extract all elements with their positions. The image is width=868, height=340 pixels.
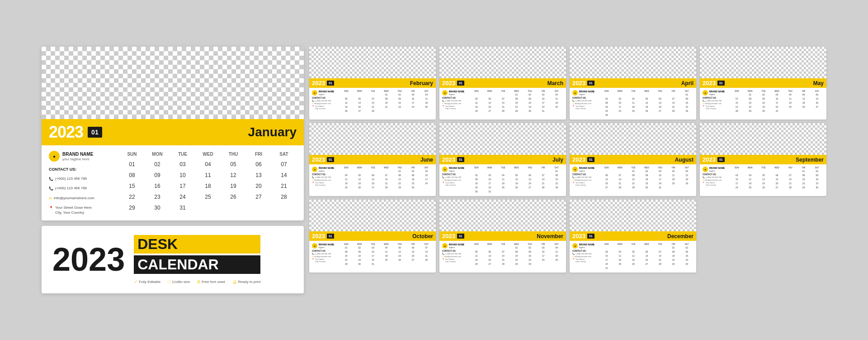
day-thu: THU bbox=[221, 151, 246, 158]
edit-icon: ✓ bbox=[134, 279, 137, 284]
sidebar-mar: ●BRAND NAMEtagline CONTACT US: 📞(+000) 1… bbox=[442, 90, 467, 113]
cover-title-desk: DESK bbox=[137, 236, 178, 252]
location-icon: 📍 bbox=[49, 206, 53, 210]
day-sun: SUN bbox=[119, 151, 145, 158]
sidebar-jun: ●BRAND NAMEtagline CONTACT US: 📞(+000) 1… bbox=[312, 167, 337, 190]
cover-year: 2023 bbox=[52, 243, 125, 276]
header-apr: 2023 01 April bbox=[570, 78, 696, 88]
week-row-3: 15 16 17 18 19 20 21 bbox=[119, 181, 297, 191]
header-oct: 2023 01 October bbox=[309, 231, 436, 241]
grid-jun: SUNMONTUEWEDTHUFRISAT ----010203 0405060… bbox=[340, 167, 433, 190]
grid-mar: SUNMONTUEWEDTHUFRISAT ---01020304 050607… bbox=[470, 90, 563, 113]
checker-sm-nov bbox=[439, 200, 566, 231]
cover-title-calendar: CALENDAR bbox=[137, 256, 219, 273]
cal-body-large: ● BRAND NAME your tagline here CONTACT U… bbox=[42, 145, 304, 220]
cover-right: DESK CALENDAR ✓ Fully Editable □ 11x8in … bbox=[134, 235, 260, 284]
sidebar-dec: ●BRAND NAMEtagline CONTACT US: 📞(+000) 1… bbox=[572, 243, 597, 270]
header-mar: 2023 01 March bbox=[439, 78, 566, 88]
body-dec: ●BRAND NAMEtagline CONTACT US: 📞(+000) 1… bbox=[570, 241, 696, 273]
week-row-4: 22 23 24 25 26 27 28 bbox=[119, 192, 297, 202]
badge-print: 🖨 Ready to print bbox=[232, 279, 261, 284]
body-mar: ●BRAND NAMEtagline CONTACT US: 📞(+000) 1… bbox=[439, 88, 566, 115]
cover-panel: 2023 DESK CALENDAR ✓ Fully Editable □ 11… bbox=[42, 226, 304, 293]
week-row-1: 01 02 03 04 05 06 07 bbox=[119, 159, 297, 169]
contact-phone1-row: 📞 (+000) 123 456 789 bbox=[49, 177, 112, 181]
day-sat: SAT bbox=[271, 151, 297, 158]
grid-sep: SUNMONTUEWEDTHUFRISAT -----0102 03040506… bbox=[730, 167, 824, 190]
contact-email-row: ✉ info@yournamehere.com bbox=[49, 196, 112, 201]
body-nov: ●BRAND NAMEtagline CONTACT US: 📞(+000) 1… bbox=[439, 241, 566, 268]
badge-font: A Free font used bbox=[197, 279, 225, 284]
week-row-5: 29 30 31 - - - - bbox=[119, 203, 297, 213]
body-aug: ●BRAND NAMEtagline CONTACT US: 📞(+000) 1… bbox=[570, 164, 696, 192]
body-sep: ●BRAND NAMEtagline CONTACT US: 📞(+000) 1… bbox=[700, 164, 826, 192]
header-feb: 2023 01 February bbox=[309, 78, 436, 88]
month-num-badge: 01 bbox=[88, 127, 102, 138]
month-name-large: January bbox=[248, 125, 297, 139]
checker-sm-sep bbox=[700, 123, 826, 155]
grid-may: SUNMONTUEWEDTHUFRISAT -010203040506 0708… bbox=[730, 90, 824, 113]
sidebar-nov: ●BRAND NAMEtagline CONTACT US: 📞(+000) 1… bbox=[442, 243, 467, 266]
body-jul: ●BRAND NAMEtagline CONTACT US: 📞(+000) 1… bbox=[439, 164, 566, 196]
header-jul: 2023 01 July bbox=[439, 155, 566, 164]
sidebar-sep: ●BRAND NAMEtagline CONTACT US: 📞(+000) 1… bbox=[703, 167, 727, 190]
grid-jul: SUNMONTUEWEDTHUFRISAT ------01 020304050… bbox=[470, 167, 563, 194]
body-may: ●BRAND NAMEtagline CONTACT US: 📞(+000) 1… bbox=[700, 88, 826, 115]
contact-label: CONTACT US: bbox=[49, 167, 112, 172]
header-sep: 2023 01 September bbox=[700, 155, 826, 164]
sidebar-may: ●BRAND NAMEtagline CONTACT US: 📞(+000) 1… bbox=[703, 90, 727, 113]
header-jun: 2023 01 June bbox=[309, 155, 436, 164]
checker-sm-may bbox=[700, 47, 826, 78]
grid-dec: SUNMONTUEWEDTHUFRISAT -----0102 03040506… bbox=[600, 243, 693, 270]
badge-editable: ✓ Fully Editable bbox=[134, 279, 160, 284]
sidebar-jul: ●BRAND NAMEtagline CONTACT US: 📞(+000) 1… bbox=[442, 167, 467, 194]
brand-tagline: your tagline here bbox=[62, 157, 93, 161]
body-jun: ●BRAND NAMEtagline CONTACT US: 📞(+000) 1… bbox=[309, 164, 436, 192]
day-fri: FRI bbox=[246, 151, 271, 158]
header-dec: 2023 01 December bbox=[570, 231, 696, 241]
contact-phone1: (+000) 123 456 789 bbox=[55, 177, 87, 181]
cal-september: 2023 01 September ●BRAND NAMEtagline CON… bbox=[700, 123, 826, 196]
cal-may: 2023 01 May ●BRAND NAMEtagline CONTACT U… bbox=[700, 47, 826, 120]
day-headers: SUN MON TUE WED THU FRI SAT bbox=[119, 151, 297, 158]
large-calendar-january: 2023 01 January ● BRAND NAME your taglin… bbox=[42, 47, 304, 220]
phone2-icon: 📞 bbox=[49, 187, 53, 191]
cal-november: 2023 01 November ●BRAND NAMEtagline CONT… bbox=[439, 200, 566, 273]
body-oct: ●BRAND NAMEtagline CONTACT US: 📞(+000) 1… bbox=[309, 241, 436, 268]
sidebar-apr: ●BRAND NAMEtagline CONTACT US: 📞(+000) 1… bbox=[572, 90, 597, 117]
body-apr: ●BRAND NAMEtagline CONTACT US: 📞(+000) 1… bbox=[570, 88, 696, 120]
checker-sm-mar bbox=[439, 47, 566, 78]
contact-email: info@yournamehere.com bbox=[54, 196, 94, 201]
header-may: 2023 01 May bbox=[700, 78, 826, 88]
brand-row: ● BRAND NAME your tagline here bbox=[49, 151, 112, 162]
contact-address: Your Street Gose Here City, Your Country bbox=[55, 206, 92, 215]
brand-icon: ● bbox=[49, 151, 60, 162]
checker-sm-oct bbox=[309, 200, 436, 231]
cal-march: 2023 01 March ●BRAND NAMEtagline CONTACT… bbox=[439, 47, 566, 120]
header-aug: 2023 01 August bbox=[570, 155, 696, 164]
cal-header-large: 2023 01 January bbox=[42, 119, 304, 145]
sidebar-oct: ●BRAND NAMEtagline CONTACT US: 📞(+000) 1… bbox=[312, 243, 337, 266]
left-panel: 2023 01 January ● BRAND NAME your taglin… bbox=[42, 47, 304, 293]
main-container: 2023 01 January ● BRAND NAME your taglin… bbox=[42, 47, 826, 293]
checker-sm-apr bbox=[570, 47, 696, 78]
phone-icon: 📞 bbox=[49, 177, 53, 181]
cal-june: 2023 01 June ●BRAND NAMEtagline CONTACT … bbox=[309, 123, 436, 196]
checker-sm-jun bbox=[309, 123, 436, 155]
print-icon: 🖨 bbox=[232, 279, 237, 284]
sidebar-aug: ●BRAND NAMEtagline CONTACT US: 📞(+000) 1… bbox=[572, 167, 597, 190]
cal-april: 2023 01 April ●BRAND NAMEtagline CONTACT… bbox=[570, 47, 696, 120]
cal-october: 2023 01 October ●BRAND NAMEtagline CONTA… bbox=[309, 200, 436, 273]
contact-phone2: (+000) 123 456 789 bbox=[55, 186, 87, 191]
checker-image-placeholder bbox=[42, 47, 304, 119]
cal-sidebar: ● BRAND NAME your tagline here CONTACT U… bbox=[49, 151, 112, 215]
grid-oct: SUNMONTUEWEDTHUFRISAT 01020304050607 080… bbox=[340, 243, 433, 266]
grid-nov: SUNMONTUEWEDTHUFRISAT ---01020304 050607… bbox=[470, 243, 563, 266]
contact-phone2-row: 📞 (+000) 123 456 789 bbox=[49, 186, 112, 191]
email-icon: ✉ bbox=[49, 196, 52, 201]
cover-badges: ✓ Fully Editable □ 11x8in size A Free fo… bbox=[134, 279, 260, 284]
size-icon: □ bbox=[168, 279, 170, 284]
months-grid: 2023 01 February ●BRAND NAMEtagline CONT… bbox=[309, 47, 826, 273]
grid-apr: SUNMONTUEWEDTHUFRISAT ------01 020304050… bbox=[600, 90, 693, 117]
cal-december: 2023 01 December ●BRAND NAMEtagline CONT… bbox=[570, 200, 696, 273]
